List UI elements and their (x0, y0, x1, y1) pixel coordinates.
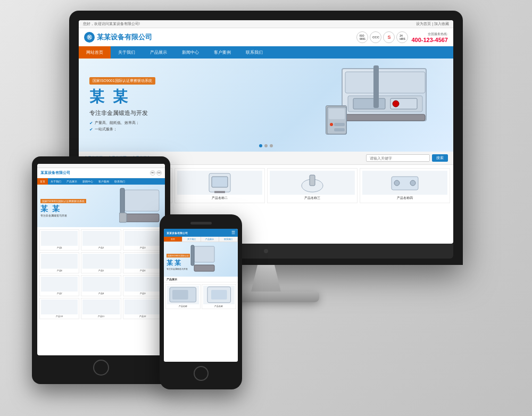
ts-prod-img-12 (124, 299, 161, 314)
ts-nav-about[interactable]: 关于我们 (48, 178, 64, 185)
svg-rect-22 (124, 190, 159, 211)
nav-about[interactable]: 关于我们 (111, 46, 143, 59)
site-nav: 网站首页 关于我们 产品展示 新闻中心 客户案例 联系我们 (79, 46, 453, 59)
search-input[interactable] (366, 154, 430, 162)
ts-prod-7[interactable]: 产品7 (39, 275, 79, 296)
svg-rect-23 (124, 214, 159, 222)
nav-home[interactable]: 网站首页 (79, 46, 111, 59)
ts-prod-3[interactable]: 产品3 (123, 229, 163, 251)
search-button[interactable]: 搜索 (432, 154, 448, 162)
svg-rect-11 (334, 128, 345, 131)
ps-nav-home[interactable]: 首页 (164, 237, 182, 242)
nav-news[interactable]: 新闻中心 (174, 46, 206, 59)
nav-products[interactable]: 产品展示 (143, 46, 174, 59)
phone-screen: 某某设备有限公司 ☰ 首页 关于我们 产品展示 联系我们 国家ISO9001国际… (164, 229, 238, 362)
ts-topbar (37, 164, 165, 168)
ps-prod-2[interactable]: 产品名称 (202, 284, 237, 309)
product-img-2 (177, 171, 262, 195)
ts-prod-2[interactable]: 产品2 (81, 229, 121, 251)
svg-rect-1 (345, 72, 425, 93)
machine-arm (373, 65, 379, 108)
svg-rect-30 (172, 290, 188, 299)
ts-prod-img-4 (41, 254, 78, 269)
cert-s: S (383, 31, 395, 43)
cert-iso: ISO9001 (356, 31, 368, 43)
svg-rect-26 (194, 246, 214, 262)
ts-machine (119, 187, 162, 224)
product-item-2[interactable]: 产品名称二 (174, 168, 265, 203)
ts-content: 产品1 产品2 产品3 产品4 产品5 产品6 产品7 产品8 产品9 (37, 227, 165, 323)
product-item-4[interactable]: 产品名称四 (360, 168, 450, 203)
ts-prod-img-9 (124, 277, 161, 292)
ps-banner-tag: 国家ISO9001国际认证 (167, 254, 190, 257)
svg-rect-32 (211, 290, 227, 299)
ts-prod-img-5 (82, 254, 119, 269)
svg-point-21 (410, 180, 415, 186)
hotline: 全国服务热线: 400-123-4567 (411, 32, 448, 43)
ps-machine (190, 245, 217, 274)
hotline-number: 400-123-4567 (411, 37, 448, 43)
ts-prod-name-2: 产品2 (82, 246, 119, 249)
dot-1[interactable] (259, 144, 262, 147)
svg-point-5 (393, 101, 399, 107)
svg-rect-28 (191, 245, 194, 265)
ps-nav-contact[interactable]: 联系我们 (219, 237, 238, 242)
phone-speaker (190, 222, 212, 224)
ps-prod-img-1 (167, 286, 199, 304)
feature-1-text: 产量高、能耗低、效率高； (95, 120, 139, 126)
topbar-welcome: 您好，欢迎访问某某设备有限公司! (83, 21, 140, 27)
ts-nav-home[interactable]: 首页 (37, 178, 48, 185)
banner-machine (326, 63, 443, 148)
ps-prod-1[interactable]: 产品名称 (165, 284, 201, 309)
dot-3[interactable] (270, 144, 273, 147)
ts-prod-12[interactable]: 产品12 (123, 298, 163, 319)
ps-prod-row: 产品名称 产品名称 (164, 282, 238, 311)
tablet-home-button[interactable] (93, 360, 109, 376)
banner-text-area: 国家ISO9001国际认证摩擦驱动系统 某 某 专注非金属锻造与开发 ✔ 产量高… (89, 77, 326, 133)
ts-nav-products[interactable]: 产品展示 (64, 178, 80, 185)
ts-prod-1[interactable]: 产品1 (39, 229, 79, 251)
ps-banner-text: 国家ISO9001国际认证 某 某 专注非金属锻造与开发 (167, 249, 190, 270)
check-icon-1: ✔ (89, 121, 93, 126)
ts-prod-11[interactable]: 产品11 (81, 298, 121, 319)
ps-nav-about[interactable]: 关于我们 (182, 237, 201, 242)
ts-nav-cases[interactable]: 客户案例 (96, 178, 112, 185)
ts-prod-4[interactable]: 产品4 (39, 252, 79, 273)
svg-rect-8 (329, 109, 345, 119)
svg-rect-15 (212, 177, 228, 187)
ts-prod-name-5: 产品5 (82, 269, 119, 272)
ts-prod-9[interactable]: 产品9 (123, 275, 163, 296)
ts-prod-8[interactable]: 产品8 (81, 275, 121, 296)
ts-prod-6[interactable]: 产品6 (123, 252, 163, 273)
ts-prod-img-1 (41, 231, 78, 246)
ts-prod-img-6 (124, 254, 161, 269)
ts-nav-contact[interactable]: 联系我们 (112, 178, 128, 185)
nav-contact[interactable]: 联系我们 (238, 46, 270, 59)
ts-nav-news[interactable]: 新闻中心 (80, 178, 96, 185)
ps-nav-products[interactable]: 产品展示 (201, 237, 220, 242)
ts-prod-name-8: 产品8 (82, 292, 119, 295)
feature-2: ✔ 一站式服务； (89, 127, 326, 132)
ps-section-title: 产品展示 (164, 277, 238, 282)
ts-prod-name-1: 产品1 (41, 246, 78, 249)
banner-dots (259, 144, 273, 147)
svg-rect-6 (345, 114, 425, 121)
ps-prod-img-2 (203, 286, 235, 304)
product-img-4 (362, 171, 447, 195)
header-right: ISO9001 CCC S 24HRS 全国服务热线: 400-123-4567 (356, 31, 448, 43)
ts-prod-10[interactable]: 产品10 (39, 298, 79, 319)
svg-point-9 (330, 123, 333, 126)
ts-prod-5[interactable]: 产品5 (81, 252, 121, 273)
ts-banner-text: 国家ISO9001国际认证摩擦驱动系统 某 某 专注非金属锻造与开发 (40, 195, 119, 217)
ts-prod-row-1: 产品1 产品2 产品3 (39, 229, 163, 251)
nav-cases[interactable]: 客户案例 (206, 46, 238, 59)
ps-menu-icon[interactable]: ☰ (231, 230, 235, 235)
ps-banner: 国家ISO9001国际认证 某 某 专注非金属锻造与开发 (164, 242, 238, 277)
product-item-3[interactable]: 产品名称三 (267, 168, 358, 203)
logo-text: 某某设备有限公司 (97, 32, 152, 42)
phone-home-button[interactable] (194, 366, 209, 381)
cert-badges: ISO9001 CCC S 24HRS (356, 31, 408, 43)
dot-2[interactable] (264, 144, 268, 147)
svg-rect-27 (194, 265, 214, 271)
ts-prod-name-4: 产品4 (41, 269, 78, 272)
